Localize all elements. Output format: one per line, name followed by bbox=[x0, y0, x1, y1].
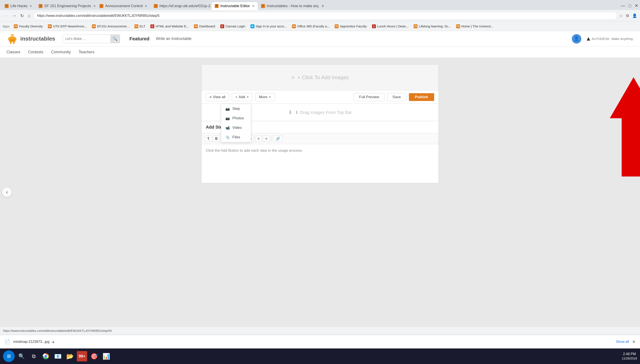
bookmark-ef151[interactable]: TK EF151 Announceme... bbox=[90, 24, 131, 29]
new-tab-button[interactable]: + bbox=[319, 2, 327, 10]
start-icon: ⊞ bbox=[7, 354, 11, 359]
image-upload-area[interactable]: + + Click To Add Images bbox=[202, 64, 438, 90]
nav-featured[interactable]: Featured bbox=[130, 36, 150, 42]
bookmark-utk-efp[interactable]: TK UTK EFP News/Anno... bbox=[46, 24, 89, 29]
dropdown-item-video[interactable]: 📹 Video bbox=[221, 123, 251, 132]
bookmark-office365-label: Office 365 (Faculty a... bbox=[297, 24, 330, 28]
header-right: 👤 bbox=[572, 34, 581, 44]
save-button[interactable]: Save bbox=[387, 93, 406, 101]
tab-3[interactable]: T Announcement Control ✕ bbox=[96, 2, 150, 10]
bookmark-star-icon[interactable]: ☆ bbox=[619, 14, 623, 18]
taskbar-pin-icon[interactable]: 🎯 bbox=[89, 351, 99, 362]
tab-5-close[interactable]: ✕ bbox=[252, 4, 254, 8]
show-all-button[interactable]: Show all bbox=[616, 340, 629, 344]
drag-down-icon: ⬇ bbox=[288, 110, 292, 116]
bookmark-html-icon: C bbox=[150, 24, 154, 28]
taskbar-powerpoint-icon[interactable]: 📊 bbox=[101, 351, 111, 362]
home-button[interactable]: ⌂ bbox=[27, 12, 31, 19]
te-link-btn[interactable]: 🔗 bbox=[274, 136, 282, 142]
bookmark-office365[interactable]: TK Office 365 (Faculty a... bbox=[290, 24, 332, 29]
tab-2-favicon: T bbox=[38, 4, 42, 8]
close-button[interactable]: ✕ bbox=[634, 3, 638, 8]
add-button[interactable]: + Add ▼ bbox=[232, 93, 253, 101]
drag-images-text: ⬇ Drag Images From Top Bar bbox=[295, 110, 352, 115]
bookmark-lunch[interactable]: 1 Lunch Hours | Dean... bbox=[370, 24, 411, 29]
bookmark-canvas-label: Canvas Login bbox=[226, 24, 245, 28]
svg-rect-6 bbox=[10, 40, 12, 41]
tab-1-close[interactable]: ✕ bbox=[30, 4, 32, 8]
taskbar-file-icon[interactable]: 📂 bbox=[65, 351, 75, 362]
left-nav-arrow[interactable]: ‹ bbox=[2, 188, 12, 197]
bookmark-html[interactable]: C HTML and Website E... bbox=[148, 24, 191, 29]
red-arrow-svg bbox=[610, 75, 640, 179]
search-input[interactable] bbox=[63, 35, 110, 43]
taskbar: ⊞ 🔍 ⧉ 📧 📂 99+ 🎯 📊 2:48 PM 11/26/2018 bbox=[0, 348, 640, 364]
bookmark-apprentice[interactable]: TK Apprentice Faculty bbox=[332, 24, 369, 29]
instructables-header: instructables 🔍 Featured Write an Instru… bbox=[0, 31, 640, 46]
tab-3-close[interactable]: ✕ bbox=[145, 4, 148, 8]
full-preview-button[interactable]: Full Preview bbox=[354, 93, 384, 101]
more-button[interactable]: More ▼ bbox=[255, 93, 275, 101]
minimize-button[interactable]: — bbox=[621, 3, 625, 8]
subnav-contests[interactable]: Contests bbox=[28, 50, 43, 54]
bookmark-elt[interactable]: TK ELT bbox=[132, 24, 148, 29]
tab-1[interactable]: T Life Hacks ✕ bbox=[2, 2, 35, 10]
start-button[interactable]: ⊞ bbox=[3, 350, 15, 362]
download-bar-close-button[interactable]: ✕ bbox=[632, 339, 636, 344]
maximize-button[interactable]: □ bbox=[628, 3, 631, 8]
bookmark-dashboard[interactable]: TK Dashboard bbox=[192, 24, 217, 29]
te-list3-btn[interactable]: ≡ bbox=[255, 136, 262, 142]
bookmark-faculty-diversity[interactable]: TK Faculty Diversity bbox=[12, 24, 45, 29]
taskbar-99-icon[interactable]: 99+ bbox=[77, 351, 87, 362]
tab-1-favicon: T bbox=[5, 4, 9, 8]
publish-button[interactable]: Publish bbox=[409, 93, 434, 101]
extensions-icon[interactable]: ⚙ bbox=[626, 14, 629, 18]
logo-container[interactable]: instructables bbox=[6, 33, 55, 45]
refresh-button[interactable]: ↻ bbox=[20, 12, 25, 19]
tab-4[interactable]: T https://ef.engr.utk.edu/ef151p-2... ✕ bbox=[151, 2, 211, 10]
user-profile-icon[interactable]: 👤 bbox=[632, 14, 637, 18]
tab-3-title: Announcement Control bbox=[105, 4, 143, 8]
dropdown-item-step[interactable]: 📷 Step bbox=[221, 104, 251, 114]
subnav-classes[interactable]: Classes bbox=[6, 50, 20, 54]
robot-logo-icon bbox=[6, 33, 18, 45]
taskbar-email-icon[interactable]: 📧 bbox=[53, 351, 63, 362]
taskbar-clock: 2:48 PM 11/26/2018 bbox=[622, 352, 637, 361]
bookmark-canvas[interactable]: C Canvas Login bbox=[218, 24, 248, 29]
svg-rect-4 bbox=[8, 38, 10, 40]
svg-rect-9 bbox=[13, 42, 15, 44]
bookmark-home[interactable]: TK Home | The Universi... bbox=[454, 24, 496, 29]
tab-6-favicon: T bbox=[261, 4, 265, 8]
autodesk-logo-icon bbox=[586, 37, 590, 41]
text-editor-area[interactable]: Click the Add Button to add each step in… bbox=[202, 144, 438, 183]
te-list4-btn[interactable]: ≡ bbox=[263, 136, 270, 142]
forward-button[interactable]: → bbox=[11, 12, 17, 19]
svg-point-3 bbox=[12, 35, 14, 36]
user-avatar[interactable]: 👤 bbox=[572, 34, 581, 44]
svg-rect-8 bbox=[10, 42, 12, 44]
search-button[interactable]: 🔍 bbox=[110, 35, 120, 43]
download-bar: 📄 mindmap-2123973...jpg ▲ Show all ✕ bbox=[0, 335, 640, 348]
taskbar-taskview-icon[interactable]: ⧉ bbox=[28, 351, 39, 362]
bookmark-office365-icon: TK bbox=[292, 24, 296, 28]
dropdown-item-files[interactable]: 📎 Files bbox=[221, 132, 251, 142]
subnav-community[interactable]: Community bbox=[51, 50, 71, 54]
dropdown-item-photos[interactable]: 📷 Photos bbox=[221, 114, 251, 123]
tab-6[interactable]: T Instructables - How to make any... ✕ bbox=[258, 2, 318, 10]
view-all-button[interactable]: ≡ View all bbox=[206, 93, 229, 101]
red-arrow-overlay bbox=[610, 75, 640, 179]
te-bold-btn[interactable]: B bbox=[213, 136, 220, 142]
tab-2[interactable]: T EF 151 Engineering Projects ✕ bbox=[36, 2, 96, 10]
te-paragraph-btn[interactable]: ¶ bbox=[205, 136, 212, 142]
taskbar-chrome-icon[interactable] bbox=[40, 351, 51, 362]
tab-4-title: https://ef.engr.utk.edu/ef151p-2... bbox=[160, 4, 211, 8]
bookmark-signin[interactable]: M Sign in to your acco... bbox=[248, 24, 289, 29]
tab-5-active[interactable]: T Instructable Editor ✕ bbox=[212, 2, 258, 10]
back-button[interactable]: ← bbox=[3, 12, 9, 19]
nav-write[interactable]: Write an Instructable bbox=[156, 36, 192, 41]
taskbar-search-icon[interactable]: 🔍 bbox=[16, 351, 27, 362]
bookmark-lifelong[interactable]: TK Lifelong learning: Sc... bbox=[412, 24, 453, 29]
subnav-teachers[interactable]: Teachers bbox=[78, 50, 94, 54]
tab-2-close[interactable]: ✕ bbox=[93, 4, 96, 8]
address-input[interactable] bbox=[34, 12, 617, 20]
